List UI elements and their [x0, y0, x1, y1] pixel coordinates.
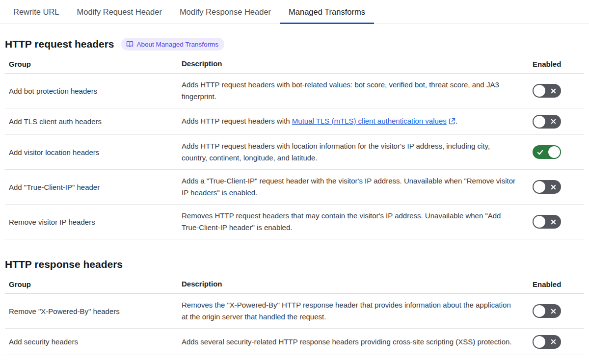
description-text: Adds HTTP request headers with bot-relat…: [182, 80, 499, 101]
column-header-enabled: Enabled: [533, 280, 584, 288]
tab-rewrite-url[interactable]: Rewrite URL: [4, 0, 68, 24]
tab-bar: Rewrite URL Modify Request Header Modify…: [0, 0, 589, 24]
request-section-header: HTTP request headers About Managed Trans…: [5, 38, 584, 51]
enabled-cell: [533, 304, 584, 318]
tab-modify-response-header[interactable]: Modify Response Header: [171, 0, 280, 24]
group-cell: Remove "X-Powered-By" headers: [5, 307, 182, 315]
enabled-toggle[interactable]: [533, 304, 561, 318]
tab-modify-request-header[interactable]: Modify Request Header: [68, 0, 171, 24]
x-icon: [550, 219, 557, 225]
toggle-knob: [534, 336, 545, 348]
table-row: Remove visitor IP headers Removes HTTP r…: [5, 205, 584, 239]
toggle-knob: [534, 216, 545, 228]
tab-label: Modify Response Header: [180, 7, 271, 17]
tab-label: Managed Transforms: [289, 7, 365, 17]
description-text: .: [455, 117, 457, 125]
about-managed-transforms-badge[interactable]: About Managed Transforms: [121, 38, 225, 51]
response-table-header: Group Description Enabled: [5, 271, 584, 294]
toggle-knob: [534, 85, 545, 97]
column-header-group: Group: [5, 280, 182, 288]
group-cell: Add TLS client auth headers: [5, 117, 182, 126]
description-text: Removes HTTP request headers that may co…: [182, 211, 501, 232]
toggle-knob: [534, 181, 545, 193]
enabled-cell: [533, 84, 584, 98]
description-cell: Adds HTTP request headers with Mutual TL…: [182, 115, 525, 128]
table-row: Add "True-Client-IP" header Adds a "True…: [5, 170, 584, 205]
book-icon: [126, 41, 134, 48]
toggle-knob: [548, 146, 560, 158]
enabled-toggle[interactable]: [533, 145, 561, 159]
badge-label: About Managed Transforms: [137, 41, 219, 48]
description-text: Adds a "True-Client-IP" request header w…: [182, 177, 515, 197]
description-cell: Adds HTTP request headers with location …: [182, 140, 525, 164]
column-header-enabled: Enabled: [533, 60, 584, 68]
group-cell: Remove visitor IP headers: [5, 218, 182, 226]
page-content: HTTP request headers About Managed Trans…: [0, 38, 589, 355]
description-cell: Adds a "True-Client-IP" request header w…: [182, 175, 525, 199]
description-link[interactable]: Mutual TLS (mTLS) client authentication …: [292, 117, 447, 125]
group-cell: Add "True-Client-IP" header: [5, 183, 182, 191]
description-cell: Removes HTTP request headers that may co…: [182, 210, 525, 234]
enabled-toggle[interactable]: [533, 335, 561, 349]
description-cell: Adds several security-related HTTP respo…: [182, 336, 525, 348]
description-text: Adds several security-related HTTP respo…: [182, 338, 512, 346]
x-icon: [550, 88, 557, 94]
table-row: Remove "X-Powered-By" headers Removes th…: [5, 294, 584, 329]
request-table-header: Group Description Enabled: [5, 51, 584, 74]
description-cell: Removes the "X-Powered-By" HTTP response…: [182, 299, 525, 323]
response-table-body: Remove "X-Powered-By" headers Removes th…: [5, 294, 584, 355]
column-header-description: Description: [182, 280, 525, 288]
enabled-toggle[interactable]: [533, 180, 561, 194]
column-header-group: Group: [5, 60, 182, 68]
table-row: Add visitor location headers Adds HTTP r…: [5, 135, 584, 170]
request-section-title: HTTP request headers: [5, 38, 114, 51]
x-icon: [550, 184, 557, 190]
group-cell: Add visitor location headers: [5, 148, 182, 156]
description-text: Adds HTTP request headers with: [182, 117, 292, 125]
toggle-knob: [534, 116, 545, 128]
group-cell: Add bot protection headers: [5, 87, 182, 95]
enabled-cell: [533, 215, 584, 229]
x-icon: [550, 308, 557, 314]
column-header-description: Description: [182, 59, 525, 68]
enabled-toggle[interactable]: [533, 84, 561, 98]
enabled-toggle[interactable]: [533, 115, 561, 129]
request-table-body: Add bot protection headers Adds HTTP req…: [5, 74, 584, 239]
table-row: Add TLS client auth headers Adds HTTP re…: [5, 108, 584, 135]
check-icon: [537, 149, 543, 156]
response-section-title: HTTP response headers: [5, 258, 123, 271]
description-text: Adds HTTP request headers with location …: [182, 142, 490, 162]
x-icon: [550, 338, 557, 345]
table-row: Add bot protection headers Adds HTTP req…: [5, 74, 584, 108]
tab-label: Rewrite URL: [13, 7, 59, 17]
description-cell: Adds HTTP request headers with bot-relat…: [182, 79, 525, 103]
response-section-header: HTTP response headers: [5, 258, 584, 271]
enabled-toggle[interactable]: [533, 215, 561, 229]
group-cell: Add security headers: [5, 338, 182, 346]
tab-managed-transforms[interactable]: Managed Transforms: [280, 0, 374, 24]
table-row: Add security headers Adds several securi…: [5, 329, 584, 355]
enabled-cell: [533, 180, 584, 194]
toggle-knob: [534, 305, 545, 317]
external-link-icon: [449, 116, 455, 128]
x-icon: [550, 118, 557, 125]
tab-label: Modify Request Header: [77, 7, 162, 17]
description-text: Removes the "X-Powered-By" HTTP response…: [182, 301, 511, 321]
enabled-cell: [533, 145, 584, 159]
enabled-cell: [533, 335, 584, 349]
enabled-cell: [533, 115, 584, 129]
